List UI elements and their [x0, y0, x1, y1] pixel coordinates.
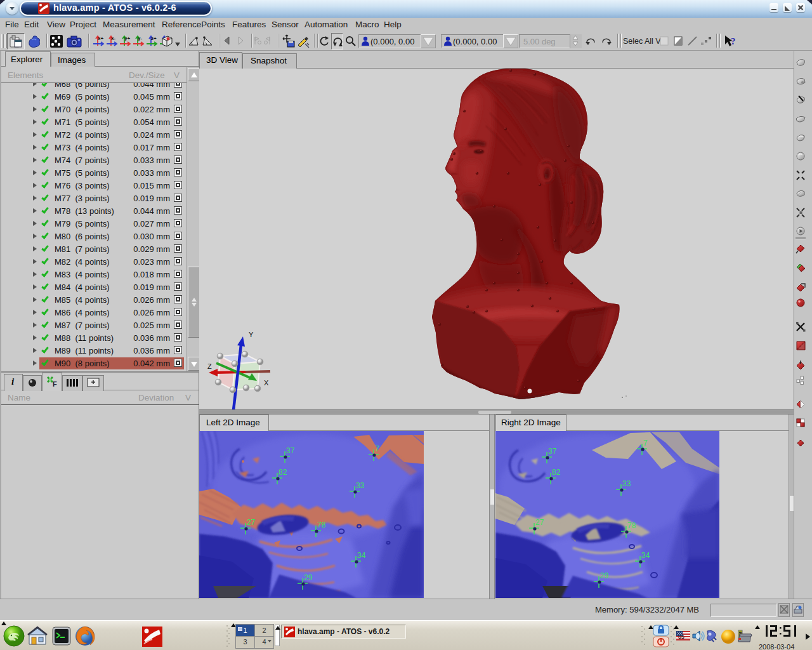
svg-text:34: 34 — [357, 551, 366, 560]
svg-text:X: X — [264, 379, 269, 387]
svg-text:7: 7 — [643, 439, 648, 448]
svg-text:y+: y+ — [124, 36, 130, 41]
svg-text:82: 82 — [278, 468, 287, 477]
svg-text:x-: x- — [111, 36, 115, 41]
svg-text:Z: Z — [207, 362, 212, 370]
svg-text:z+: z+ — [151, 36, 157, 41]
svg-text:78: 78 — [317, 521, 326, 529]
svg-text:29: 29 — [304, 573, 313, 582]
svg-text:Y: Y — [249, 331, 254, 338]
svg-text:US: US — [678, 635, 684, 639]
svg-text:y-: y- — [138, 36, 142, 41]
svg-text:37: 37 — [548, 447, 557, 456]
svg-text:29: 29 — [600, 571, 609, 580]
svg-text:37: 37 — [286, 446, 295, 455]
svg-text:78: 78 — [627, 521, 636, 530]
svg-text:33: 33 — [356, 481, 365, 490]
svg-text:34: 34 — [641, 551, 650, 560]
svg-text:7: 7 — [375, 444, 379, 453]
svg-text:?: ? — [731, 36, 736, 46]
svg-text:82: 82 — [552, 468, 561, 477]
svg-text:27: 27 — [535, 518, 544, 527]
svg-text:27: 27 — [247, 518, 256, 527]
svg-text:F: F — [53, 380, 57, 388]
svg-text:33: 33 — [622, 479, 631, 488]
svg-text:x+: x+ — [98, 36, 103, 41]
